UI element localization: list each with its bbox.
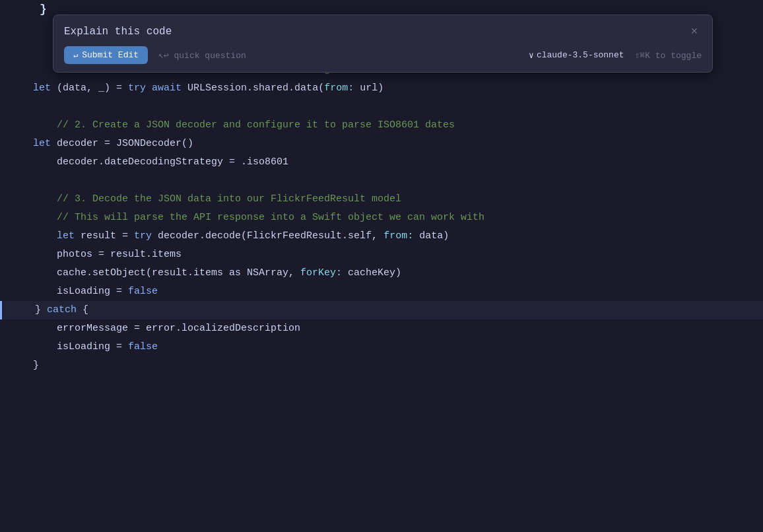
- code-line-result: let result = try decoder.decode(FlickrFe…: [0, 227, 763, 246]
- code-line-photos: photos = result.items: [0, 246, 763, 264]
- model-label: claude-3.5-sonnet: [537, 50, 624, 60]
- explain-input[interactable]: [64, 26, 686, 38]
- code-line-fetch: let (data, _) = try await URLSession.sha…: [0, 79, 763, 98]
- quick-question-hint: ↖↩ quick question: [158, 50, 246, 61]
- top-brace: }: [40, 3, 47, 16]
- code-empty2: [33, 172, 39, 189]
- code-line-comment4: // This will parse the API response into…: [0, 209, 763, 227]
- code-content-comment4: // This will parse the API response into…: [33, 209, 484, 226]
- code-content-isloading2: isLoading = false: [33, 339, 158, 356]
- code-content-strategy: decoder.dateDecodingStrategy = .iso8601: [33, 154, 288, 171]
- code-content-decoder: let decoder = JSONDecoder(): [33, 135, 193, 152]
- code-line-cache: cache.setObject(result.items as NSArray,…: [0, 264, 763, 283]
- code-content-result: let result = try decoder.decode(FlickrFe…: [33, 228, 449, 245]
- submit-icon: ↵: [73, 50, 78, 60]
- code-line-strategy: decoder.dateDecodingStrategy = .iso8601: [0, 153, 763, 172]
- code-content-closing-brace: }: [33, 357, 39, 374]
- code-content-errormsg: errorMessage = error.localizedDescriptio…: [33, 320, 300, 337]
- code-line-comment3: // 3. Decode the JSON data into our Flic…: [0, 190, 763, 209]
- chevron-down-icon: ∨: [529, 50, 534, 61]
- code-line-errormsg: errorMessage = error.localizedDescriptio…: [0, 319, 763, 338]
- code-content-comment3: // 3. Decode the JSON data into our Flic…: [33, 191, 401, 208]
- code-content-photos: photos = result.items: [33, 246, 182, 263]
- popup-top-row: ×: [64, 23, 702, 40]
- code-line-catch: } catch {: [0, 301, 763, 319]
- code-line-isloading2: isLoading = false: [0, 338, 763, 356]
- code-content-cache: cache.setObject(result.items as NSArray,…: [33, 265, 401, 282]
- code-content-comment2: // 2. Create a JSON decoder and configur…: [33, 117, 455, 134]
- toggle-hint: ⇧⌘K to toggle: [635, 50, 702, 61]
- model-selector[interactable]: ∨ claude-3.5-sonnet: [529, 50, 624, 61]
- code-content-catch: } catch {: [35, 302, 88, 319]
- close-icon: ×: [690, 24, 698, 38]
- code-content-fetch: let (data, _) = try await URLSession.sha…: [33, 80, 383, 97]
- code-line-decoder: let decoder = JSONDecoder(): [0, 135, 763, 153]
- close-button[interactable]: ×: [686, 23, 702, 40]
- code-area: // 1. Fetch data from the Flickr API URL…: [0, 61, 763, 375]
- code-line-empty1: [0, 98, 763, 116]
- popup-bottom-row: ↵ Submit Edit ↖↩ quick question ∨ claude…: [64, 46, 702, 64]
- code-line-closing-brace: }: [0, 356, 763, 375]
- editor-container: } × ↵ Submit Edit ↖↩ quick question ∨ cl…: [0, 0, 763, 532]
- code-line-isloading1: isLoading = false: [0, 283, 763, 301]
- submit-edit-button[interactable]: ↵ Submit Edit: [64, 46, 148, 64]
- code-line-comment2: // 2. Create a JSON decoder and configur…: [0, 116, 763, 135]
- inline-edit-popup: × ↵ Submit Edit ↖↩ quick question ∨ clau…: [53, 15, 713, 73]
- code-line-empty2: [0, 172, 763, 190]
- submit-label: Submit Edit: [82, 50, 139, 60]
- code-empty1: [33, 98, 39, 116]
- code-content-isloading1: isLoading = false: [33, 283, 158, 300]
